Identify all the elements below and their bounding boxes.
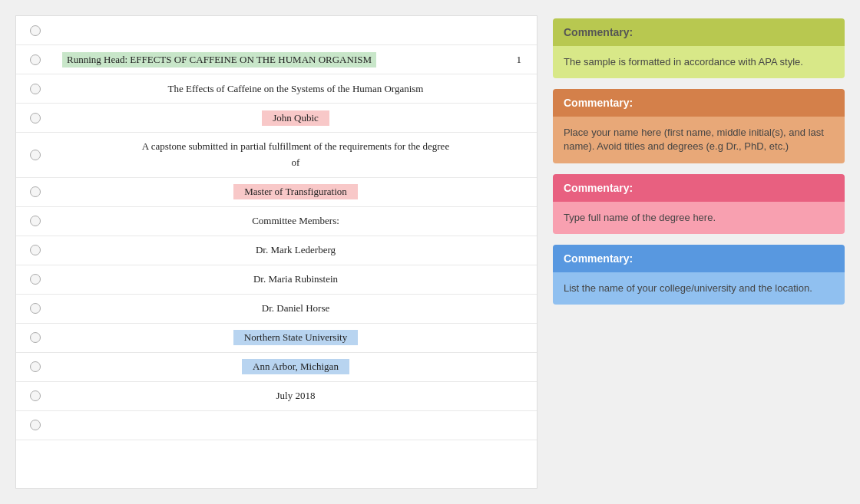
- degree-content: Master of Transfiguration: [55, 183, 537, 201]
- capstone-line1: A capstone submitted in partial fulfillm…: [142, 140, 449, 152]
- row-bullet: [16, 54, 55, 65]
- commentary-header-name: Commentary:: [553, 89, 845, 117]
- commentary-header-degree: Commentary:: [553, 174, 845, 202]
- row-bullet: [16, 25, 55, 36]
- author-content: John Qubic: [55, 109, 537, 127]
- date-content: July 2018: [55, 388, 537, 404]
- location-content: Ann Arbor, Michigan: [55, 357, 537, 376]
- submission-date: July 2018: [276, 390, 316, 401]
- row-bullet: [16, 390, 55, 401]
- committee-label-content: Committee Members:: [55, 213, 537, 229]
- table-row-member1: Dr. Mark Lederberg: [16, 236, 537, 265]
- table-row-location: Ann Arbor, Michigan: [16, 353, 537, 382]
- bullet-circle: [30, 420, 41, 430]
- commentary-body-apa: The sample is formatted in accordance wi…: [553, 46, 845, 78]
- table-row-empty-bottom: [16, 411, 537, 440]
- committee-member-1: Dr. Mark Lederberg: [256, 244, 336, 255]
- commentary-body-name: Place your name here (first name, middle…: [553, 117, 845, 163]
- member3-content: Dr. Daniel Horse: [55, 301, 537, 316]
- commentary-body-degree: Type full name of the degree here.: [553, 202, 845, 234]
- running-head-text: Running Head: EFFECTS OF CAFFEINE ON THE…: [62, 52, 376, 68]
- table-row-author: John Qubic: [16, 104, 537, 133]
- bullet-circle: [30, 216, 41, 226]
- document-panel: Running Head: EFFECTS OF CAFFEINE ON THE…: [15, 15, 538, 489]
- commentary-panel: Commentary: The sample is formatted in a…: [553, 15, 845, 489]
- degree-name: Master of Transfiguration: [233, 184, 358, 199]
- row-bullet: [16, 332, 55, 343]
- row-bullet: [16, 303, 55, 314]
- row-content-empty-bottom: [55, 423, 537, 427]
- committee-member-2: Dr. Maria Rubinstein: [253, 273, 338, 285]
- author-name: John Qubic: [262, 110, 329, 126]
- row-bullet: [16, 186, 55, 197]
- paper-title: The Effects of Caffeine on the Systems o…: [168, 83, 424, 94]
- capstone-content: A capstone submitted in partial fulfillm…: [55, 137, 537, 173]
- row-bullet: [16, 274, 55, 285]
- table-row-member3: Dr. Daniel Horse: [16, 295, 537, 324]
- bullet-circle: [30, 84, 41, 94]
- commentary-header-university: Commentary:: [553, 245, 845, 272]
- university-name: Northern State University: [233, 330, 358, 345]
- bullet-circle: [30, 113, 41, 124]
- bullet-circle: [30, 332, 41, 343]
- row-content-empty: [55, 29, 537, 32]
- row-bullet: [16, 420, 55, 430]
- title-content: The Effects of Caffeine on the Systems o…: [55, 81, 537, 97]
- table-row-committee-label: Committee Members:: [16, 207, 537, 236]
- commentary-card-apa: Commentary: The sample is formatted in a…: [553, 18, 845, 78]
- table-row-running-head: Running Head: EFFECTS OF CAFFEINE ON THE…: [16, 45, 537, 74]
- capstone-text: A capstone submitted in partial fulfillm…: [62, 139, 529, 171]
- table-row-university: Northern State University: [16, 324, 537, 353]
- row-bullet: [16, 361, 55, 372]
- committee-label: Committee Members:: [252, 215, 339, 226]
- commentary-body-university: List the name of your college/university…: [553, 272, 845, 305]
- commentary-card-degree: Commentary: Type full name of the degree…: [553, 174, 845, 234]
- table-row-date: July 2018: [16, 382, 537, 411]
- page-number: 1: [517, 54, 522, 66]
- commentary-card-name: Commentary: Place your name here (first …: [553, 89, 845, 163]
- bullet-circle: [30, 303, 41, 314]
- bullet-circle: [30, 390, 41, 401]
- capstone-line2: of: [292, 156, 300, 168]
- row-bullet: [16, 245, 55, 255]
- row-bullet: [16, 84, 55, 94]
- bullet-circle: [30, 186, 41, 197]
- bullet-circle: [30, 245, 41, 255]
- row-bullet: [16, 150, 55, 160]
- commentary-card-university: Commentary: List the name of your colleg…: [553, 245, 845, 305]
- committee-member-3: Dr. Daniel Horse: [262, 302, 329, 314]
- university-location: Ann Arbor, Michigan: [242, 359, 349, 374]
- commentary-header-apa: Commentary:: [553, 18, 845, 46]
- table-row-capstone: A capstone submitted in partial fulfillm…: [16, 133, 537, 178]
- table-row-title: The Effects of Caffeine on the Systems o…: [16, 74, 537, 104]
- bullet-circle: [30, 274, 41, 285]
- row-bullet: [16, 216, 55, 226]
- row-bullet: [16, 113, 55, 124]
- bullet-circle: [30, 361, 41, 372]
- table-row-member2: Dr. Maria Rubinstein: [16, 265, 537, 295]
- running-head-row: Running Head: EFFECTS OF CAFFEINE ON THE…: [55, 51, 537, 69]
- member2-content: Dr. Maria Rubinstein: [55, 272, 537, 287]
- member1-content: Dr. Mark Lederberg: [55, 242, 537, 258]
- table-row: [16, 16, 537, 45]
- bullet-circle: [30, 150, 41, 160]
- bullet-circle: [30, 54, 41, 65]
- university-content: Northern State University: [55, 328, 537, 347]
- bullet-circle: [30, 25, 41, 36]
- table-row-degree: Master of Transfiguration: [16, 178, 537, 207]
